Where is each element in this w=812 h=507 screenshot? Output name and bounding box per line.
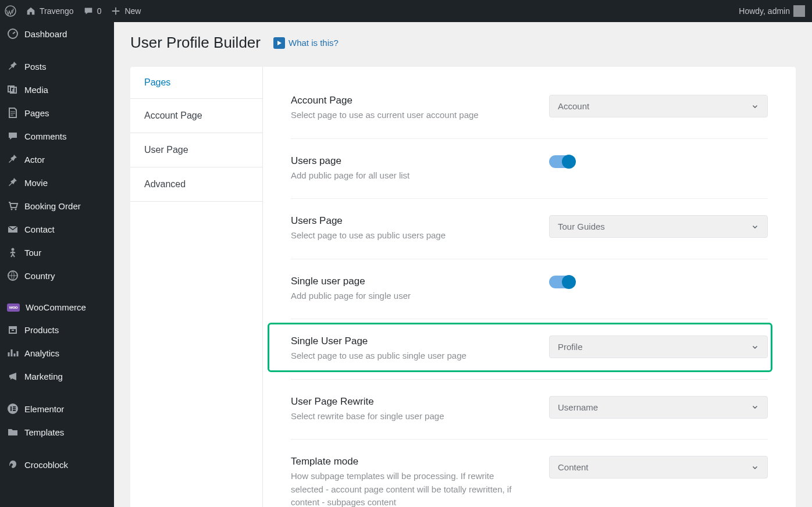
woo-icon: woo [7, 304, 20, 312]
site-name: Travengo [40, 6, 74, 16]
chevron-down-icon [751, 343, 759, 351]
globe-icon [7, 270, 19, 281]
svg-rect-12 [13, 406, 16, 408]
chevron-down-icon [751, 102, 759, 110]
select-account-page[interactable]: Account [549, 95, 768, 117]
field-desc: Add public page for all user list [291, 169, 512, 183]
toggle-single-user-page[interactable] [549, 276, 575, 288]
sidebar-item-actor[interactable]: Actor [0, 148, 114, 171]
what-is-this-link[interactable]: What is this? [273, 37, 339, 49]
sidebar-item-label: Templates [24, 427, 64, 437]
sidebar-item-woocommerce[interactable]: wooWooCommerce [0, 297, 114, 318]
sidebar-item-comments[interactable]: Comments [0, 124, 114, 148]
sidebar-item-booking-order[interactable]: Booking Order [0, 194, 114, 217]
admin-bar: Travengo 0 New Howdy, admin [0, 0, 812, 22]
home-icon [26, 6, 36, 16]
mail-icon [7, 223, 19, 235]
sidebar-item-label: Dashboard [24, 29, 67, 39]
sidebar-item-tour[interactable]: Tour [0, 241, 114, 264]
pin-icon [7, 177, 19, 188]
tab-advanced[interactable]: Advanced [130, 167, 262, 202]
select-user-page-rewrite[interactable]: Username [549, 396, 768, 419]
wordpress-icon [5, 5, 16, 17]
person-icon [7, 247, 19, 258]
sidebar-item-contact[interactable]: Contact [0, 217, 114, 241]
sidebar-item-products[interactable]: Products [0, 318, 114, 341]
content-area: User Profile Builder What is this? Pages… [114, 22, 812, 507]
svg-point-2 [12, 89, 15, 91]
sidebar-item-crocoblock[interactable]: Crocoblock [0, 453, 114, 476]
site-link[interactable]: Travengo [26, 6, 74, 16]
sidebar-item-analytics[interactable]: Analytics [0, 341, 114, 365]
fields-column: Account PageSelect page to use as curren… [263, 67, 796, 507]
sidebar-item-country[interactable]: Country [0, 264, 114, 287]
field-title: Single User Page [291, 335, 512, 347]
howdy-text: Howdy, admin [739, 6, 790, 16]
field-title: Template mode [291, 456, 512, 467]
wp-logo[interactable] [5, 5, 16, 17]
avatar-icon [793, 5, 805, 17]
sidebar-item-label: Booking Order [24, 201, 81, 211]
field-desc: Select rewrite base for single user page [291, 410, 512, 423]
field-row: User Page RewriteSelect rewrite base for… [291, 380, 768, 440]
settings-panel: Pages Account Page User Page Advanced Ac… [130, 67, 796, 507]
sidebar-item-dashboard[interactable]: Dashboard [0, 22, 114, 45]
sidebar-item-pages[interactable]: Pages [0, 101, 114, 124]
account-link[interactable]: Howdy, admin [739, 5, 805, 17]
sidebar-item-label: Marketing [24, 372, 63, 381]
select-value: Content [558, 462, 589, 472]
sidebar-item-label: Crocoblock [24, 460, 68, 470]
sidebar-item-label: Pages [24, 108, 49, 118]
sidebar-item-label: Tour [24, 248, 41, 258]
sidebar-item-media[interactable]: Media [0, 78, 114, 101]
field-row: Users pageAdd public page for all user l… [291, 139, 768, 199]
sidebar-item-posts[interactable]: Posts [0, 55, 114, 78]
tab-account-page[interactable]: Account Page [130, 98, 262, 133]
sidebar-item-elementor[interactable]: Elementor [0, 397, 114, 420]
field-desc: Select page to use as public users page [291, 229, 512, 242]
field-desc: How subpage templates will be processing… [291, 470, 512, 507]
dashboard-icon [7, 28, 19, 40]
select-template-mode[interactable]: Content [549, 456, 768, 479]
comments-link[interactable]: 0 [83, 6, 102, 16]
field-title: Users Page [291, 215, 512, 227]
megaphone-icon [7, 370, 19, 382]
select-users-page[interactable]: Tour Guides [549, 215, 768, 238]
tab-user-page[interactable]: User Page [130, 133, 262, 167]
comment-icon [83, 6, 94, 16]
sidebar-item-label: Elementor [24, 404, 64, 414]
new-label: New [124, 6, 141, 16]
svg-rect-13 [13, 408, 16, 409]
play-icon [273, 37, 285, 49]
sidebar-item-label: Actor [24, 155, 45, 165]
pin-icon [7, 60, 19, 72]
svg-point-6 [12, 248, 15, 251]
sidebar-item-label: Media [24, 85, 48, 95]
select-value: Tour Guides [558, 222, 605, 231]
archive-icon [7, 324, 19, 335]
field-row: Template modeHow subpage templates will … [291, 440, 768, 507]
sidebar-item-label: Analytics [24, 348, 59, 358]
new-link[interactable]: New [111, 6, 141, 16]
select-single-user-page[interactable]: Profile [549, 335, 768, 358]
field-row: Single user pageAdd public page for sing… [291, 259, 768, 320]
folder-icon [7, 426, 19, 438]
admin-sidebar: DashboardPostsMediaPagesCommentsActorMov… [0, 22, 114, 507]
sidebar-item-label: Movie [24, 178, 48, 188]
field-desc: Select page to use as current user accou… [291, 109, 512, 122]
sidebar-item-movie[interactable]: Movie [0, 171, 114, 194]
field-desc: Add public page for single user [291, 290, 512, 303]
sidebar-item-label: Products [24, 325, 59, 335]
sidebar-item-marketing[interactable]: Marketing [0, 365, 114, 388]
what-is-this-label: What is this? [289, 38, 339, 48]
field-title: Account Page [291, 95, 512, 106]
sidebar-item-label: Comments [24, 131, 67, 141]
field-row: Single User PageSelect page to use as pu… [291, 319, 768, 380]
sidebar-item-templates[interactable]: Templates [0, 420, 114, 444]
sidebar-item-label: Posts [24, 62, 47, 72]
pin-icon [7, 153, 19, 165]
toggle-users-page[interactable] [549, 155, 575, 168]
select-value: Account [558, 101, 589, 111]
pages-icon [7, 107, 19, 119]
media-icon [7, 84, 19, 95]
